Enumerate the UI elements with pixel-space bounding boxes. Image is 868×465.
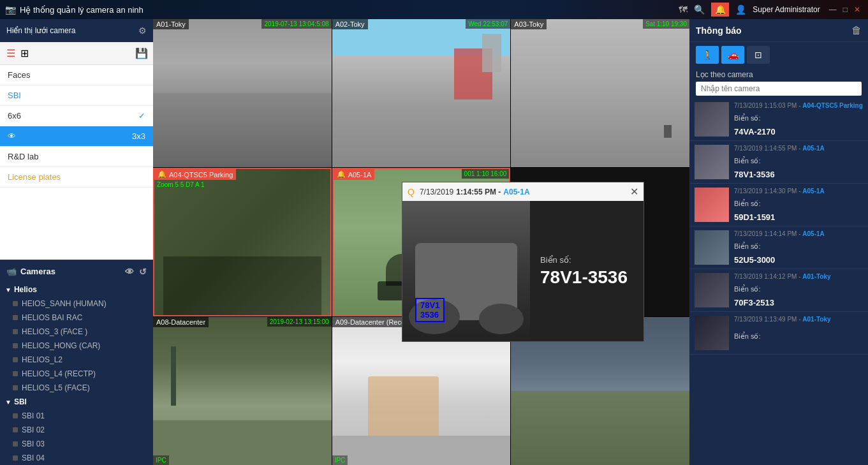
filter-car-button[interactable]: 🚗	[721, 46, 744, 64]
video-cell-a03[interactable]: A03-Toky Sat 1:10 19:30	[511, 19, 689, 167]
tree-item-sbi02[interactable]: SBI 02	[0, 423, 153, 437]
popup-time: 1:14:55 PM -	[456, 188, 501, 196]
save-layout-button[interactable]: 💾	[135, 47, 148, 59]
notif-content-0: 7/13/2019 1:15:03 PM - A04-QTSC5 Parking…	[734, 102, 863, 137]
cameras-header-actions: 👁 ↺	[125, 267, 147, 277]
notif-content-2: 7/13/2019 1:14:30 PM - A05-1A Biển số: 5…	[734, 188, 863, 222]
cam-dot	[13, 455, 18, 461]
notif-meta-4: 7/13/2019 1:14:12 PM - A01-Toky	[734, 273, 863, 280]
notif-item-2[interactable]: 7/13/2019 1:14:30 PM - A05-1A Biển số: 5…	[689, 184, 868, 226]
camera-filter: Lọc theo camera	[689, 68, 868, 98]
notif-item-4[interactable]: 7/13/2019 1:14:12 PM - A01-Toky Biển số:…	[689, 269, 868, 312]
notif-cam-0: A04-QTSC5 Parking	[802, 102, 862, 109]
user-icon: 👤	[735, 4, 746, 15]
grid-view-button[interactable]: ⊞	[19, 46, 30, 61]
camera-visibility-icon[interactable]: 👁	[125, 267, 134, 277]
cam-label-sbi01: SBI 01	[22, 411, 45, 420]
popup-body: 78V13536 Biển số: 78V1-3536	[402, 201, 644, 341]
popup-header-left: Q 7/13/2019 1:14:55 PM - A05-1A	[408, 187, 530, 197]
close-button[interactable]: ✕	[851, 5, 863, 14]
notifications-list: 7/13/2019 1:15:03 PM - A04-QTSC5 Parking…	[689, 98, 868, 465]
tree-item-helios-hong[interactable]: HELIOS_HONG (CAR)	[0, 339, 153, 353]
search-icon[interactable]: 🔍	[694, 4, 705, 15]
helios-label: Helios	[14, 285, 37, 294]
tree-group-helios: ▼ Helios HEIOS_SANH (HUMAN) HELIOS BAI R…	[0, 283, 153, 395]
notif-item-1[interactable]: 7/13/2019 1:14:55 PM - A05-1A Biển số: 7…	[689, 141, 868, 184]
video-cell-a02[interactable]: A02-Toky Wed 22:53:07	[332, 19, 511, 167]
minimize-button[interactable]: —	[827, 5, 839, 14]
video-cell-a01[interactable]: A01-Toky 2019-07-13 13:04:5:08	[153, 19, 332, 167]
notif-item-3[interactable]: 7/13/2019 1:14:14 PM - A05-1A Biển số: 5…	[689, 226, 868, 269]
tree-item-sbi03[interactable]: SBI 03	[0, 437, 153, 451]
sbi-arrow: ▼	[5, 399, 11, 406]
cam-dot	[13, 427, 18, 432]
notif-plate-label-4: Biển số:	[734, 285, 863, 293]
view-item-3x3[interactable]: 👁 3x3	[0, 126, 153, 147]
tree-item-heios-sanh[interactable]: HEIOS_SANH (HUMAN)	[0, 297, 153, 311]
popup-close-button[interactable]: ✕	[630, 186, 638, 198]
popup-image: 78V13536	[402, 201, 530, 341]
cam-dot	[13, 357, 18, 362]
app-icon: 📷	[5, 4, 16, 15]
view-label-faces: Faces	[8, 70, 30, 80]
filter-human-button[interactable]: 🚶	[696, 46, 719, 64]
maximize-button[interactable]: □	[841, 5, 850, 14]
notif-cam-4: A01-Toky	[802, 273, 830, 280]
cameras-header: 📹 Cameras 👁 ↺	[0, 260, 153, 283]
list-view-button[interactable]: ☰	[5, 46, 17, 61]
notif-item-0[interactable]: 7/13/2019 1:15:03 PM - A04-QTSC5 Parking…	[689, 98, 868, 141]
cameras-label: Cameras	[20, 267, 55, 276]
camera-history-icon[interactable]: ↺	[139, 267, 147, 277]
tree-item-helios-3[interactable]: HELIOS_3 (FACE )	[0, 325, 153, 339]
view-item-rndlab[interactable]: R&D lab	[0, 147, 153, 167]
cam-dot	[13, 371, 18, 376]
view-list: Faces SBI 6x6 ✓ 👁 3x3 R&D lab License pl…	[0, 65, 153, 260]
tree-item-helios-l2[interactable]: HELIOS_L2	[0, 353, 153, 367]
cam-timestamp-a05: 001 1:10 16:00	[462, 169, 510, 179]
view-item-faces[interactable]: Faces	[0, 65, 153, 85]
tree-item-helios-l4[interactable]: HELIOS_L4 (RECTP)	[0, 367, 153, 381]
notif-item-5[interactable]: 7/13/2019 1:13:49 PM - A01-Toky Biển số:	[689, 312, 868, 355]
admin-label: Super Administrator	[753, 5, 820, 14]
cam-label-a01: A01-Toky	[153, 19, 189, 29]
cam-bottom-label-a08: IPC	[153, 455, 169, 465]
notif-meta-2: 7/13/2019 1:14:30 PM - A05-1A	[734, 188, 863, 195]
filter-face-button[interactable]: ⊡	[747, 46, 770, 64]
notif-plate-label-0: Biển số:	[734, 114, 863, 122]
notif-thumb-1	[695, 145, 729, 179]
cam-timestamp-a01: 2019-07-13 13:04:5:08	[261, 19, 331, 29]
video-cell-a04[interactable]: 🔔 A04-QTSC5 Parking Zoom 5 5 D7 A 1	[153, 168, 332, 316]
cam-dot	[13, 315, 18, 320]
filter-icon[interactable]: ⚙	[138, 26, 147, 36]
notif-plate-value-0: 74VA-2170	[734, 127, 863, 137]
trash-icon[interactable]: 🗑	[851, 25, 862, 36]
right-panel-header: Thông báo 🗑	[689, 19, 868, 42]
notif-cam-1: A05-1A	[802, 145, 824, 152]
cameras-section: 📹 Cameras 👁 ↺ ▼ Helios HEIOS_SANH (HUMAN…	[0, 260, 153, 465]
tree-item-helios-l5[interactable]: HELIOS_L5 (FACE)	[0, 381, 153, 395]
main-layout: Hiển thị lưới camera ⚙ ☰ ⊞ 💾 Faces SBI 6…	[0, 19, 868, 465]
view-item-licenseplates[interactable]: License plates	[0, 167, 153, 188]
cam-id-a01: A01-Toky	[156, 20, 186, 28]
tree-group-sbi-header[interactable]: ▼ SBI	[0, 395, 153, 409]
notif-cam-5: A01-Toky	[802, 316, 830, 323]
video-cell-a08[interactable]: A08-Datacenter 2019-02-13 13:15:00 IPC	[153, 317, 332, 465]
right-panel: Thông báo 🗑 🚶 🚗 ⊡ Lọc theo camera 7/13/2…	[689, 19, 868, 465]
popup-header: Q 7/13/2019 1:14:55 PM - A05-1A ✕	[402, 182, 644, 201]
tree-item-sbi01[interactable]: SBI 01	[0, 409, 153, 423]
filter-camera-input[interactable]	[696, 82, 862, 96]
map-icon[interactable]: 🗺	[679, 4, 688, 15]
sbi-label: SBI	[14, 397, 27, 406]
cam-label-helios-l2: HELIOS_L2	[22, 355, 63, 364]
tree-group-helios-header[interactable]: ▼ Helios	[0, 283, 153, 297]
tree-item-sbi04[interactable]: SBI 04	[0, 451, 153, 465]
cam-dot	[13, 413, 18, 418]
view-item-sbi[interactable]: SBI	[0, 85, 153, 106]
camera-tree: ▼ Helios HEIOS_SANH (HUMAN) HELIOS BAI R…	[0, 283, 153, 465]
view-item-6x6[interactable]: 6x6 ✓	[0, 106, 153, 126]
notifications-bell-button[interactable]: 🔔	[711, 3, 729, 17]
tree-item-helios-bai-rac[interactable]: HELIOS BAI RAC	[0, 311, 153, 325]
camera-section-icon: 📹	[6, 267, 17, 276]
cam-dot	[13, 301, 18, 306]
filter-icons: 🚶 🚗 ⊡	[689, 42, 868, 68]
